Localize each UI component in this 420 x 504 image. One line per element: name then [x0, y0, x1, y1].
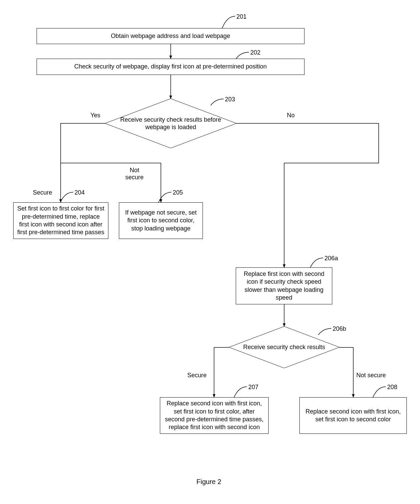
edge-label-no-203: No	[287, 112, 295, 119]
process-204-text: Set first icon to first color for first …	[17, 205, 105, 237]
ref-201: 201	[236, 13, 247, 20]
process-207-text: Replace second icon with first icon, set…	[164, 400, 265, 431]
figure-caption: Figure 2	[196, 478, 221, 486]
edge-label-secure-207: Secure	[187, 372, 207, 379]
decision-203-text: Receive security check results before we…	[105, 116, 236, 131]
process-208-text: Replace second icon with first icon, set…	[303, 408, 403, 424]
ref-203: 203	[225, 96, 235, 103]
process-208: Replace second icon with first icon, set…	[299, 397, 407, 434]
decision-206b: Receive security check results	[229, 326, 339, 368]
ref-204: 204	[75, 189, 85, 196]
process-207: Replace second icon with first icon, set…	[160, 397, 269, 434]
edge-label-notsecure-208: Not secure	[356, 372, 386, 379]
process-201-text: Obtain webpage address and load webpage	[111, 32, 230, 40]
process-204: Set first icon to first color for first …	[13, 202, 108, 239]
flowchart-canvas: Obtain webpage address and load webpage …	[0, 0, 420, 504]
edge-label-yes-203: Yes	[90, 112, 100, 119]
process-206a: Replace first icon with second icon if s…	[236, 267, 332, 304]
process-202-text: Check security of webpage, display first…	[74, 63, 267, 70]
ref-207: 207	[248, 384, 258, 391]
decision-206b-text: Receive security check results	[230, 343, 339, 351]
process-205-text: If webpage not secure, set first icon to…	[123, 209, 199, 233]
edge-label-secure-204: Secure	[33, 189, 52, 196]
process-202: Check security of webpage, display first…	[37, 59, 304, 75]
process-201: Obtain webpage address and load webpage	[37, 28, 304, 44]
ref-208: 208	[387, 384, 397, 391]
process-206a-text: Replace first icon with second icon if s…	[239, 270, 329, 302]
ref-202: 202	[250, 49, 260, 56]
ref-206b: 206b	[333, 325, 346, 332]
ref-206a: 206a	[324, 255, 338, 262]
process-205: If webpage not secure, set first icon to…	[119, 202, 203, 239]
ref-205: 205	[173, 189, 183, 196]
edge-label-notsecure-205: Not secure	[125, 167, 144, 181]
decision-203: Receive security check results before we…	[105, 99, 236, 148]
